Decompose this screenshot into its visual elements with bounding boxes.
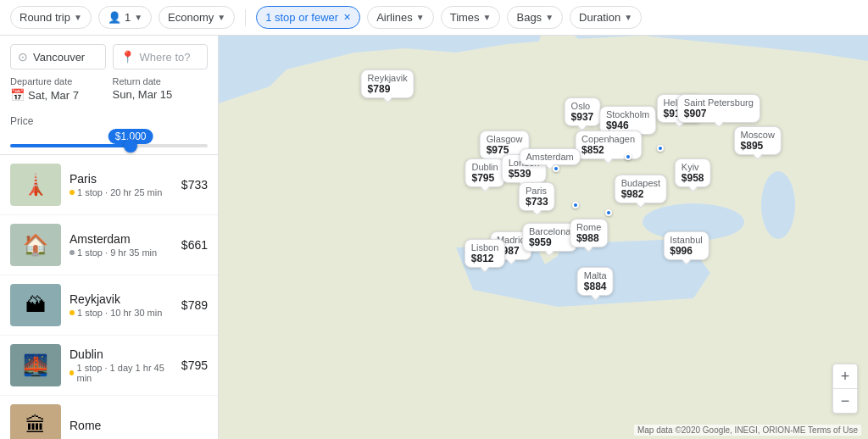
map-area[interactable]: Reykjavik$789Oslo$937Stockholm$946Helsin… (219, 36, 868, 439)
pin-price-label: $907 (684, 108, 754, 119)
result-stops: 1 stop · 10 hr 30 min (70, 308, 173, 318)
list-item[interactable]: 🏠Amsterdam 1 stop · 9 hr 35 min$661 (0, 215, 218, 275)
price-slider-thumb[interactable] (124, 139, 137, 153)
result-city: Dublin (70, 347, 173, 361)
return-value: Sun, Mar 15 (113, 88, 209, 101)
pin-price-label: $982 (621, 188, 660, 200)
list-item[interactable]: 🗼Paris 1 stop · 20 hr 25 min$733 (0, 155, 218, 215)
list-item[interactable]: 🏛Rome (0, 396, 218, 439)
destination-input[interactable]: 📍 Where to? (113, 44, 209, 69)
class-chevron: ▼ (217, 13, 225, 22)
map-pin-lisbon[interactable]: Lisbon$812 (465, 239, 505, 268)
filter-airlines-chip[interactable]: Airlines ▼ (367, 6, 434, 29)
pin-price-label: $996 (670, 245, 703, 257)
top-bar: Round trip ▼ 👤 1 ▼ Economy ▼ 1 stop or f… (0, 0, 868, 36)
pin-city-label: Kyiv (682, 162, 704, 172)
filter-duration-chip[interactable]: Duration ▼ (570, 6, 642, 29)
location-row: ⊙ Vancouver 📍 Where to? (10, 44, 208, 69)
passengers-chevron: ▼ (134, 13, 142, 22)
departure-date-box[interactable]: Departure date 📅 Sat, Mar 7 (10, 76, 106, 102)
return-date: Sun, Mar 15 (113, 88, 173, 101)
slider-fill (10, 144, 131, 147)
map-city-dot (553, 165, 559, 172)
result-stops: 1 stop · 9 hr 35 min (70, 247, 173, 258)
calendar-icon: 📅 (10, 88, 25, 102)
result-city: Paris (70, 172, 173, 186)
map-pin-reykjavik[interactable]: Reykjavik$789 (361, 69, 415, 98)
pin-city-label: Saint Petersburg (684, 97, 754, 108)
origin-input[interactable]: ⊙ Vancouver (10, 44, 106, 69)
pin-price-label: $884 (584, 281, 607, 292)
trip-type-selector[interactable]: Round trip ▼ (10, 6, 92, 29)
result-city: Amsterdam (70, 232, 173, 246)
map-city-dot (625, 153, 632, 160)
filter-stops-label: 1 stop or fewer (265, 11, 338, 24)
map-pin-moscow[interactable]: Moscow$895 (734, 126, 782, 155)
passengers-label: 1 (125, 11, 131, 24)
list-item[interactable]: 🌉Dublin 1 stop · 1 day 1 hr 45 min$795 (0, 336, 218, 396)
result-thumbnail: 🏔 (10, 284, 61, 326)
result-thumbnail: 🗼 (10, 164, 61, 206)
results-list: 🗼Paris 1 stop · 20 hr 25 min$733🏠Amsterd… (0, 154, 218, 439)
result-stops: 1 stop · 20 hr 25 min (70, 187, 173, 197)
price-section: Price $1,000 (0, 108, 218, 154)
list-item[interactable]: 🏔Reykjavik 1 stop · 10 hr 30 min$789 (0, 275, 218, 336)
class-label: Economy (168, 11, 214, 24)
filter-times-chip[interactable]: Times ▼ (441, 6, 501, 29)
destination-icon: 📍 (120, 50, 135, 64)
result-city: Rome (70, 419, 199, 432)
price-slider-wrap: $1,000 (10, 144, 208, 147)
map-pin-budapest[interactable]: Budapest$982 (615, 175, 667, 203)
map-pin-rome[interactable]: Rome$988 (570, 219, 608, 247)
map-pin-amsterdam[interactable]: Amsterdam (520, 148, 581, 165)
pin-price-label: $733 (526, 196, 548, 208)
filter-bags-chip[interactable]: Bags ▼ (507, 6, 563, 29)
filter-times-label: Times (450, 11, 480, 24)
pin-city-label: Stockholm (606, 109, 649, 119)
map-pin-istanbul[interactable]: Istanbul$996 (663, 231, 709, 260)
class-selector[interactable]: Economy ▼ (159, 6, 235, 29)
filter-stops-close[interactable]: ✕ (343, 12, 351, 23)
map-pin-copenhagen[interactable]: Copenhagen$852 (575, 131, 642, 159)
filter-airlines-label: Airlines (376, 11, 413, 24)
pin-city-label: Dublin (471, 162, 498, 172)
result-info: Reykjavik 1 stop · 10 hr 30 min (70, 292, 173, 318)
result-stops: 1 stop · 1 day 1 hr 45 min (70, 363, 173, 383)
zoom-out-button[interactable]: − (833, 389, 857, 413)
pin-price-label: $789 (368, 83, 408, 95)
pin-city-label: Oslo (571, 101, 594, 111)
result-price: $733 (181, 178, 208, 192)
zoom-in-button[interactable]: + (833, 364, 857, 388)
filter-stops-chip[interactable]: 1 stop or fewer ✕ (256, 6, 360, 29)
map-pin-oslo[interactable]: Oslo$937 (565, 97, 601, 126)
pin-city-label: Lisbon (471, 242, 498, 253)
pin-city-label: Barcelona (529, 226, 571, 236)
pin-city-label: Istanbul (670, 235, 703, 245)
main-content: ⊙ Vancouver 📍 Where to? Departure date 📅… (0, 36, 868, 439)
pin-price-label: $959 (529, 236, 571, 248)
map-pin-dublin[interactable]: Dublin$795 (465, 158, 504, 187)
pin-price-label: $812 (471, 253, 498, 264)
search-fields: ⊙ Vancouver 📍 Where to? Departure date 📅… (0, 36, 218, 108)
pin-price-label: $895 (741, 140, 775, 152)
departure-value: 📅 Sat, Mar 7 (10, 88, 106, 102)
pin-city-label: Reykjavik (368, 73, 408, 83)
map-pin-paris[interactable]: Paris$733 (519, 182, 555, 211)
pin-city-label: Glasgow (487, 134, 523, 144)
map-city-dot (572, 202, 579, 208)
return-date-box[interactable]: Return date Sun, Mar 15 (113, 76, 209, 102)
pin-price-label: $539 (509, 168, 540, 180)
pin-price-label: $988 (576, 232, 601, 244)
destination-placeholder: Where to? (140, 51, 191, 64)
pin-city-label: Copenhagen (581, 134, 635, 144)
passengers-selector[interactable]: 👤 1 ▼ (98, 6, 152, 29)
map-pin-malta[interactable]: Malta$884 (577, 267, 614, 296)
pin-city-label: Amsterdam (526, 152, 574, 162)
pin-price-label: $937 (571, 111, 594, 123)
map-city-dot (657, 145, 664, 152)
map-pin-saint-petersburg[interactable]: Saint Petersburg$907 (677, 94, 760, 123)
filter-duration-label: Duration (579, 11, 620, 24)
pin-city-label: Rome (576, 222, 601, 232)
map-pin-kyiv[interactable]: Kyiv$958 (675, 158, 711, 187)
price-label: Price (10, 115, 208, 127)
